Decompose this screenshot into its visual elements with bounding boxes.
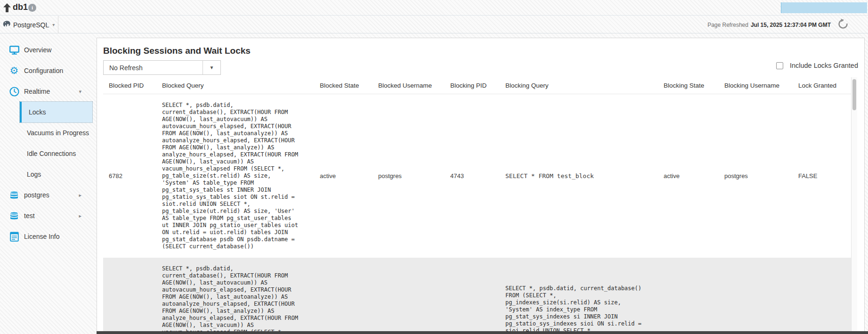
sidebar-item-label: test bbox=[24, 212, 35, 220]
cell-blocked-state: active bbox=[314, 94, 373, 258]
up-arrow-icon[interactable] bbox=[3, 3, 11, 14]
chevron-right-icon[interactable]: ▸ bbox=[79, 192, 81, 198]
toolbar: PostgreSQL ▾ Page Refreshed Jul 15, 2025… bbox=[0, 16, 868, 33]
clock-icon bbox=[9, 87, 19, 97]
sidebar-item-label: Configuration bbox=[24, 67, 63, 74]
bottom-edge bbox=[97, 331, 868, 334]
page-title: db1 bbox=[13, 2, 28, 12]
sidebar-item-realtime[interactable]: Realtime ▾ bbox=[0, 81, 97, 102]
refresh-area: Page Refreshed Jul 15, 2025 12:37:04 PM … bbox=[707, 16, 849, 33]
col-header-blocking-pid[interactable]: Blocking PID bbox=[445, 77, 500, 94]
cell-blocked-state bbox=[314, 258, 373, 334]
cell-blocking-query: SELECT *, psdb.datid, current_database()… bbox=[505, 285, 654, 334]
sidebar-item-idle-connections[interactable]: Idle Connections bbox=[0, 143, 97, 164]
chevron-right-icon[interactable]: ▸ bbox=[79, 213, 81, 219]
license-icon bbox=[9, 232, 19, 242]
cell-blocked-query: SELECT *, psdb.datid, current_database()… bbox=[162, 265, 310, 334]
postgresql-elephant-icon bbox=[2, 20, 11, 30]
cell-blocked-pid: 6782 bbox=[103, 94, 156, 258]
cell-blocking-username: postgres bbox=[719, 94, 793, 258]
col-header-blocking-state[interactable]: Blocking State bbox=[658, 77, 719, 94]
sidebar-item-overview[interactable]: Overview bbox=[0, 40, 97, 60]
cell-blocked-username bbox=[373, 258, 445, 334]
page-heading: Blocking Sessions and Wait Locks bbox=[103, 46, 251, 56]
sidebar-item-label: Idle Connections bbox=[27, 150, 76, 157]
include-locks-control: Include Locks Granted bbox=[776, 62, 858, 69]
table-row[interactable]: SELECT *, psdb.datid, current_database()… bbox=[103, 258, 851, 334]
cell-blocking-pid: 4743 bbox=[445, 94, 500, 258]
col-header-blocked-state[interactable]: Blocked State bbox=[314, 77, 373, 94]
col-header-lock-granted[interactable]: Lock Granted bbox=[793, 77, 851, 94]
cell-blocked-query: SELECT *, psdb.datid, current_database()… bbox=[162, 102, 310, 250]
page-refreshed-label: Page Refreshed bbox=[707, 22, 748, 28]
refresh-interval-value: No Refresh bbox=[104, 64, 203, 72]
table-scrollbar[interactable] bbox=[851, 77, 857, 334]
main-panel: Blocking Sessions and Wait Locks No Refr… bbox=[97, 38, 865, 334]
cell-blocked-username: postgres bbox=[373, 94, 445, 258]
cell-blocked-pid bbox=[103, 258, 156, 334]
refresh-interval-select[interactable]: No Refresh ▼ bbox=[103, 60, 221, 75]
info-icon[interactable]: i bbox=[28, 4, 36, 12]
table-row[interactable]: 6782 SELECT *, psdb.datid, current_datab… bbox=[103, 94, 851, 258]
sidebar-item-label: Realtime bbox=[24, 88, 50, 95]
cell-lock-granted bbox=[793, 258, 851, 334]
sidebar-item-label: postgres bbox=[24, 191, 49, 199]
sidebar: Overview ⚙ Configuration Realtime ▾ Lock… bbox=[0, 33, 97, 334]
col-header-blocked-pid[interactable]: Blocked PID bbox=[103, 77, 156, 94]
col-header-blocking-username[interactable]: Blocking Username bbox=[719, 77, 793, 94]
sidebar-item-configuration[interactable]: ⚙ Configuration bbox=[0, 60, 97, 81]
table-header-row: Blocked PID Blocked Query Blocked State … bbox=[103, 77, 851, 94]
sidebar-item-logs[interactable]: Logs bbox=[0, 164, 97, 185]
sidebar-item-label: Vacuums in Progress bbox=[27, 129, 89, 137]
blocking-sessions-table: Blocked PID Blocked Query Blocked State … bbox=[103, 77, 851, 334]
sidebar-item-label: Overview bbox=[24, 46, 51, 54]
sidebar-item-label: Logs bbox=[27, 171, 41, 178]
sidebar-item-vacuums-in-progress[interactable]: Vacuums in Progress bbox=[0, 122, 97, 143]
include-locks-checkbox[interactable] bbox=[776, 62, 783, 69]
sidebar-item-postgres[interactable]: postgres ▸ bbox=[0, 185, 97, 205]
chevron-down-icon[interactable]: ▾ bbox=[79, 89, 81, 95]
monitor-icon bbox=[9, 46, 19, 55]
sidebar-item-test[interactable]: test ▸ bbox=[0, 205, 97, 226]
gear-icon: ⚙ bbox=[9, 66, 19, 75]
highlight-box bbox=[781, 2, 867, 13]
sidebar-item-locks[interactable]: Locks bbox=[20, 102, 92, 122]
database-icon bbox=[9, 190, 19, 200]
sidebar-item-license-info[interactable]: License Info bbox=[0, 226, 97, 247]
database-icon bbox=[9, 211, 19, 220]
select-caret-icon[interactable]: ▼ bbox=[203, 61, 220, 74]
col-header-blocked-username[interactable]: Blocked Username bbox=[373, 77, 445, 94]
top-title-bar: db1 i bbox=[0, 0, 868, 16]
chevron-down-icon: ▾ bbox=[52, 22, 55, 27]
cell-blocking-username bbox=[719, 258, 793, 334]
include-locks-label: Include Locks Granted bbox=[790, 62, 858, 69]
cell-lock-granted: FALSE bbox=[793, 94, 851, 258]
refresh-icon[interactable] bbox=[837, 18, 849, 32]
cell-blocking-state bbox=[658, 258, 719, 334]
server-selector[interactable]: PostgreSQL ▾ bbox=[0, 16, 58, 33]
page-refreshed-timestamp: Jul 15, 2025 12:37:04 PM GMT bbox=[751, 22, 831, 28]
col-header-blocked-query[interactable]: Blocked Query bbox=[156, 77, 314, 94]
cell-blocking-pid bbox=[445, 258, 500, 334]
sidebar-item-label: Locks bbox=[29, 108, 46, 116]
server-label: PostgreSQL bbox=[13, 21, 49, 29]
col-header-blocking-query[interactable]: Blocking Query bbox=[500, 77, 658, 94]
cell-blocking-state: active bbox=[658, 94, 719, 258]
table-scrollbar-thumb[interactable] bbox=[852, 79, 856, 110]
cell-blocking-query: SELECT * FROM test_block bbox=[500, 94, 658, 258]
sidebar-item-label: License Info bbox=[24, 233, 60, 240]
